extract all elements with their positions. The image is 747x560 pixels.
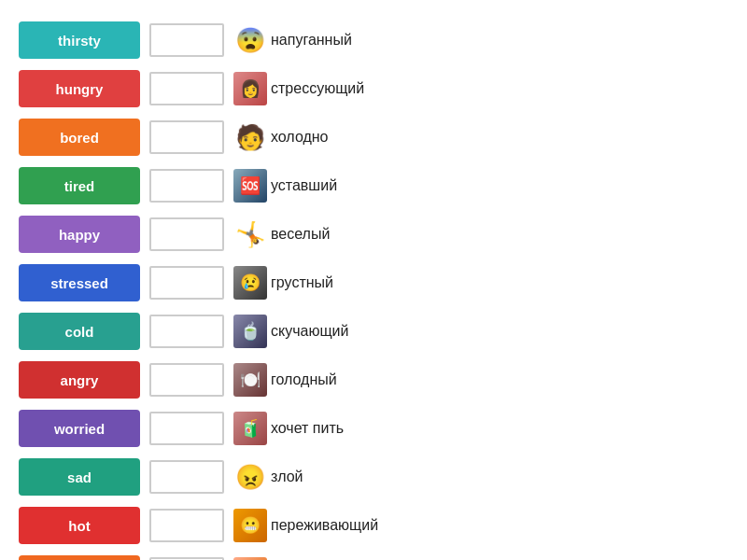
- match-container: thirsty😨напуганныйhungry👩стрессующийbore…: [19, 9, 728, 560]
- img-stressed: 😢: [233, 266, 267, 300]
- word-btn-frightened[interactable]: frightened: [19, 555, 140, 560]
- match-row: worried🧃хочет пить: [19, 407, 728, 450]
- russian-side-happy: 🤸веселый: [233, 220, 439, 249]
- match-row: stressed😢грустный: [19, 261, 728, 304]
- answer-box-hungry[interactable]: [149, 72, 224, 105]
- match-row: happy🤸веселый: [19, 213, 728, 256]
- russian-text-thirsty: напуганный: [271, 32, 352, 49]
- match-row: hot😬переживающий: [19, 504, 728, 547]
- match-row: thirsty😨напуганный: [19, 19, 728, 62]
- match-row: angry🍽️голодный: [19, 358, 728, 401]
- word-btn-bored[interactable]: bored: [19, 119, 140, 156]
- match-row: hungry👩стрессующий: [19, 67, 728, 110]
- russian-text-bored: холодно: [271, 129, 329, 146]
- icon-bored: 🧑: [233, 123, 267, 152]
- russian-text-tired: уставший: [271, 177, 337, 194]
- russian-side-tired: 🆘уставший: [233, 169, 439, 203]
- russian-side-stressed: 😢грустный: [233, 266, 439, 300]
- img-worried: 🧃: [233, 412, 267, 445]
- answer-box-thirsty[interactable]: [149, 23, 224, 57]
- word-btn-cold[interactable]: cold: [19, 313, 140, 350]
- word-btn-worried[interactable]: worried: [19, 410, 140, 447]
- word-btn-hot[interactable]: hot: [19, 507, 140, 544]
- russian-text-hungry: стрессующий: [271, 80, 364, 97]
- img-hot: 😬: [233, 509, 267, 542]
- russian-text-sad: злой: [271, 469, 303, 485]
- img-tired: 🆘: [233, 169, 267, 203]
- word-btn-sad[interactable]: sad: [19, 458, 140, 496]
- answer-box-happy[interactable]: [149, 217, 224, 251]
- word-btn-hungry[interactable]: hungry: [19, 70, 140, 107]
- answer-box-bored[interactable]: [149, 120, 224, 154]
- russian-text-angry: голодный: [271, 371, 337, 388]
- icon-thirsty: 😨: [233, 26, 267, 55]
- icon-happy: 🤸: [233, 220, 267, 249]
- answer-box-worried[interactable]: [149, 412, 224, 445]
- answer-box-cold[interactable]: [149, 315, 224, 348]
- img-cold: 🍵: [233, 315, 267, 348]
- answer-box-hot[interactable]: [149, 509, 224, 542]
- russian-side-hungry: 👩стрессующий: [233, 72, 439, 105]
- match-row: bored🧑холодно: [19, 116, 728, 159]
- russian-text-cold: скучающий: [271, 323, 348, 340]
- word-btn-stressed[interactable]: stressed: [19, 264, 140, 301]
- russian-text-worried: хочет пить: [271, 420, 344, 437]
- russian-side-hot: 😬переживающий: [233, 509, 439, 542]
- russian-side-cold: 🍵скучающий: [233, 315, 439, 348]
- russian-side-worried: 🧃хочет пить: [233, 412, 439, 445]
- word-btn-happy[interactable]: happy: [19, 216, 140, 253]
- answer-box-stressed[interactable]: [149, 266, 224, 300]
- match-row: cold🍵скучающий: [19, 310, 728, 353]
- answer-box-tired[interactable]: [149, 169, 224, 203]
- russian-text-stressed: грустный: [271, 274, 333, 291]
- word-btn-angry[interactable]: angry: [19, 361, 140, 399]
- match-row: frightened☀️жарко: [19, 553, 728, 560]
- russian-side-bored: 🧑холодно: [233, 123, 439, 152]
- match-row: sad😠злой: [19, 455, 728, 498]
- russian-side-thirsty: 😨напуганный: [233, 26, 439, 55]
- russian-side-sad: 😠злой: [233, 463, 439, 492]
- russian-text-hot: переживающий: [271, 517, 378, 534]
- img-hungry: 👩: [233, 72, 267, 105]
- match-row: tired🆘уставший: [19, 164, 728, 207]
- img-angry: 🍽️: [233, 363, 267, 397]
- word-btn-thirsty[interactable]: thirsty: [19, 21, 140, 59]
- answer-box-angry[interactable]: [149, 363, 224, 397]
- word-btn-tired[interactable]: tired: [19, 167, 140, 204]
- answer-box-sad[interactable]: [149, 460, 224, 494]
- icon-sad: 😠: [233, 463, 267, 492]
- russian-side-angry: 🍽️голодный: [233, 363, 439, 397]
- russian-text-happy: веселый: [271, 226, 330, 243]
